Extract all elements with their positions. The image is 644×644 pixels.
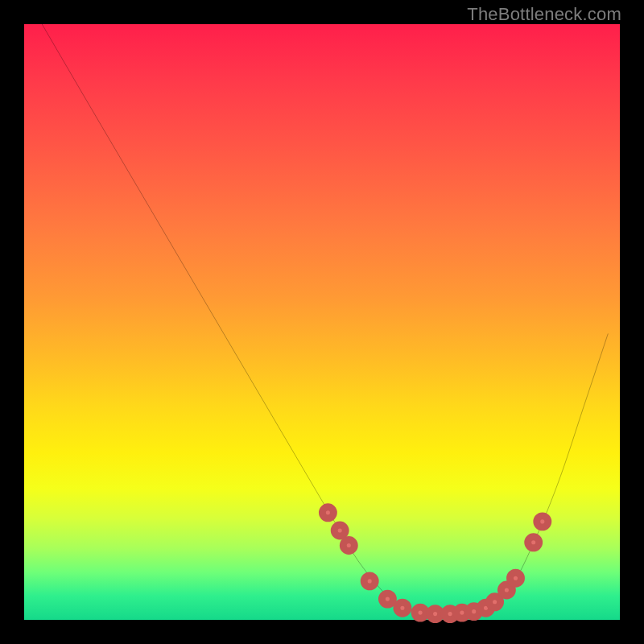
curve-marker [397, 602, 408, 613]
curve-marker [322, 507, 333, 518]
curve-marker [489, 597, 501, 608]
curve-marker [528, 537, 539, 548]
curve-marker [382, 593, 393, 605]
curve-marker [343, 540, 354, 551]
curve-marker [510, 572, 522, 584]
curve-marker [501, 584, 512, 596]
curve-marker [364, 576, 375, 587]
chart-svg [24, 24, 620, 620]
curve-marker [334, 525, 345, 536]
chart-stage: TheBottleneck.com [0, 0, 644, 644]
curve-marker [415, 607, 426, 618]
plot-area [24, 24, 620, 620]
watermark-text: TheBottleneck.com [467, 4, 621, 25]
curve-marker [537, 516, 548, 527]
bottleneck-curve-line [42, 24, 608, 614]
curve-marker [430, 609, 441, 620]
curve-markers-group [322, 507, 547, 620]
